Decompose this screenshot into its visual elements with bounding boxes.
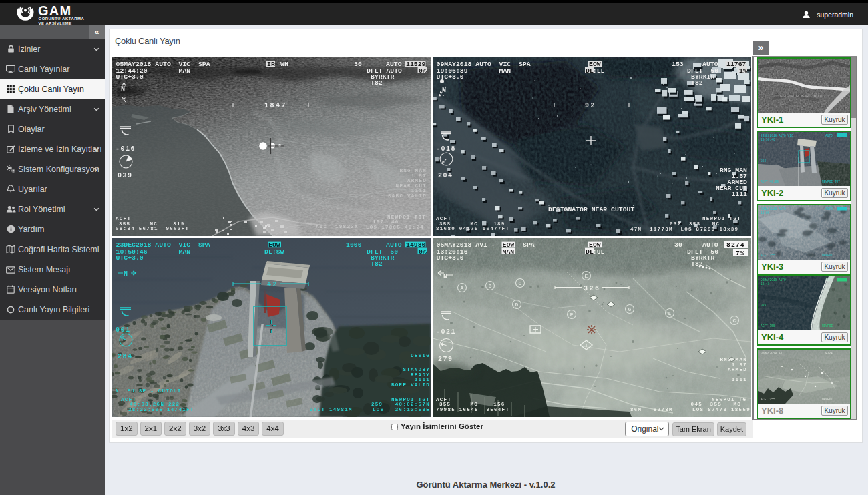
svg-text:23DEC2018 AUTO VIC: 23DEC2018 AUTO VIC <box>761 134 793 137</box>
svg-text:284: 284 <box>761 159 766 163</box>
svg-text:F: F <box>570 312 574 318</box>
svg-text:039: 039 <box>118 172 133 179</box>
svg-text:DESIG: DESIG <box>411 353 430 358</box>
svg-text:C: C <box>733 318 736 324</box>
svg-text:8274: 8274 <box>726 241 745 249</box>
svg-text:0%: 0% <box>419 248 427 256</box>
svg-text:81680 04179 16477FT: 81680 04179 16477FT <box>436 226 509 231</box>
svg-text:001: 001 <box>116 326 131 334</box>
svg-text:05MAY2018 AUTO: 05MAY2018 AUTO <box>761 278 786 282</box>
svg-text:E: E <box>585 273 588 279</box>
svg-text:AUTO: AUTO <box>825 134 833 137</box>
svg-text:1000: 1000 <box>346 241 362 249</box>
svg-text:UTC+3.0: UTC+3.0 <box>116 254 144 262</box>
svg-text:30: 30 <box>674 241 682 249</box>
svg-text:A: A <box>461 285 464 291</box>
svg-text:AUTO: AUTO <box>825 278 833 282</box>
svg-text:19:06: 19:06 <box>761 211 770 215</box>
svg-text:MAN: MAN <box>503 248 515 256</box>
svg-text:ARMED: ARMED <box>728 367 747 372</box>
svg-text:UTC+3.0: UTC+3.0 <box>116 73 144 81</box>
svg-text:47M 11773M LOS 87299 18x39: 47M 11773M LOS 87299 18x39 <box>630 227 738 232</box>
svg-text:DESIGNATOR NEAR CUTOUT: DESIGNATOR NEAR CUTOUT <box>548 206 634 213</box>
svg-text:LOS 17865 40:24: LOS 17865 40:24 <box>366 225 424 230</box>
svg-text:L: L <box>668 310 672 316</box>
svg-text:28:22:50E 14/41FT: 28:22:50E 14/41FT <box>128 407 194 412</box>
svg-text:7%: 7% <box>736 250 745 257</box>
svg-text:N: N <box>124 270 129 278</box>
svg-text:284: 284 <box>118 353 133 360</box>
svg-text:42: 42 <box>267 281 278 288</box>
svg-text:DL: DL <box>586 248 594 256</box>
svg-text:ACFT 40:08: ACFT 40:08 <box>761 180 779 183</box>
svg-text:G: G <box>628 306 632 312</box>
svg-text:10:50:46: 10:50:46 <box>761 138 775 141</box>
svg-text:NEWPOI: NEWPOI <box>822 254 833 257</box>
svg-text:0%: 0% <box>419 67 427 75</box>
svg-text:N: N <box>443 273 449 280</box>
svg-text:T82: T82 <box>371 79 383 87</box>
svg-text:AUTO: AUTO <box>825 207 833 211</box>
svg-text:1%: 1% <box>739 67 747 75</box>
svg-text:AIC 19822X: AIC 19822X <box>316 224 359 229</box>
svg-text:1847: 1847 <box>264 102 287 109</box>
svg-text:12:40: 12:40 <box>761 282 770 286</box>
svg-text:DL: DL <box>586 67 594 75</box>
svg-text:NEWPOI TGT: NEWPOI TGT <box>387 215 426 220</box>
svg-text:279: 279 <box>438 356 453 363</box>
svg-text:-018: -018 <box>436 145 456 153</box>
svg-text:T82: T82 <box>691 79 703 87</box>
svg-text:SPA: SPA <box>523 241 535 249</box>
svg-text:N :PULSE - CUTOUT: N :PULSE - CUTOUT <box>116 388 182 394</box>
svg-text:C: C <box>519 280 522 286</box>
svg-text:40:02:57N: 40:02:57N <box>395 402 430 407</box>
svg-text:T82: T82 <box>691 260 703 268</box>
svg-text:N: N <box>442 87 447 94</box>
svg-text:ACFT 355: ACFT 355 <box>761 324 775 328</box>
svg-text:B: B <box>489 283 492 289</box>
svg-text:T: T <box>585 342 588 348</box>
svg-text:ACFT 355: ACFT 355 <box>761 398 775 401</box>
svg-text:326: 326 <box>584 285 601 292</box>
svg-text:032 35S MC: 032 35S MC <box>670 221 720 227</box>
svg-text:ACFT 355: ACFT 355 <box>761 254 775 257</box>
svg-text:BORE VALID: BORE VALID <box>391 382 430 388</box>
svg-text:26:12:58E: 26:12:58E <box>395 407 430 412</box>
svg-text:GAM: GAM <box>38 3 71 18</box>
svg-text:-021: -021 <box>436 328 456 336</box>
svg-text:1111: 1111 <box>731 191 747 198</box>
svg-text:204: 204 <box>438 172 453 179</box>
svg-text:09MAY2018 AUTO: 09MAY2018 AUTO <box>761 207 786 211</box>
svg-text:NEWPOI: NEWPOI <box>822 398 833 401</box>
svg-text:UTC+3.0: UTC+3.0 <box>437 254 464 262</box>
svg-text:259: 259 <box>371 402 383 407</box>
svg-text:T82: T82 <box>371 260 383 268</box>
svg-text:NEWPOI: NEWPOI <box>822 324 833 328</box>
svg-text:DESIGNATOR NEAR CUTOUT: DESIGNATOR NEAR CUTOUT <box>779 95 823 99</box>
svg-text:NEWPOI TGT: NEWPOI TGT <box>822 180 840 183</box>
svg-text:GÖRÜNTÜ AKTARMA: GÖRÜNTÜ AKTARMA <box>39 17 85 21</box>
svg-text:05MAY2018 AVI: 05MAY2018 AVI <box>761 352 784 355</box>
svg-text:LOS: LOS <box>373 407 384 412</box>
svg-text:WH: WH <box>280 61 288 68</box>
svg-text:79985 16548 9564FT: 79985 16548 9564FT <box>436 407 509 412</box>
svg-text:30: 30 <box>354 61 362 68</box>
svg-text:IR: IR <box>267 61 275 68</box>
svg-text:SABC VALID: SABC VALID <box>388 193 427 199</box>
svg-text:153: 153 <box>672 61 684 68</box>
svg-text:LOS 87478 18559: LOS 87478 18559 <box>692 407 750 412</box>
svg-text:8274: 8274 <box>825 352 833 355</box>
svg-text:039: 039 <box>761 304 766 307</box>
svg-text:86M 8273M: 86M 8273M <box>630 407 673 412</box>
svg-text:N: N <box>121 85 126 93</box>
svg-text:DL:SW: DL:SW <box>264 248 284 256</box>
svg-text:1111: 1111 <box>732 377 747 382</box>
svg-text:-016: -016 <box>116 145 136 153</box>
svg-text:D: D <box>515 302 519 308</box>
svg-text:2TLT 14981M: 2TLT 14981M <box>310 407 353 412</box>
svg-text:08:34 56/81 9662FT: 08:34 56/81 9662FT <box>116 226 189 231</box>
svg-text:92: 92 <box>585 102 596 109</box>
svg-text:UTC+3.0: UTC+3.0 <box>437 73 464 81</box>
